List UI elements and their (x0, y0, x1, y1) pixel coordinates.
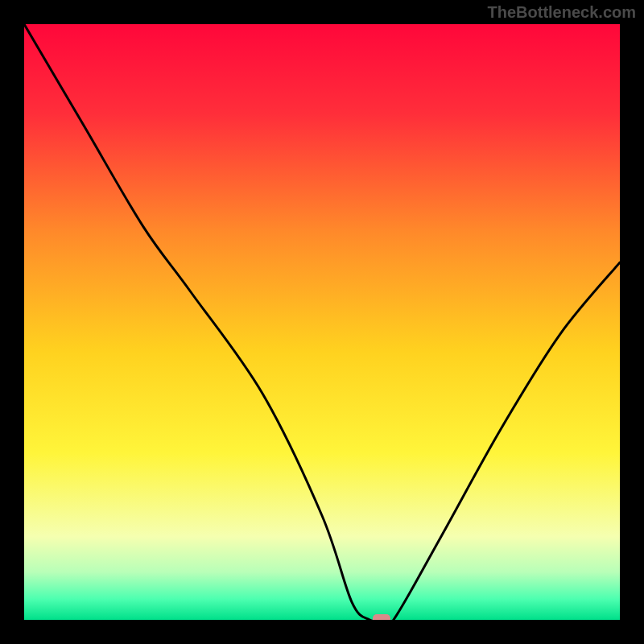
bottleneck-chart (24, 24, 620, 620)
watermark-text: TheBottleneck.com (488, 3, 636, 22)
chart-plot-area (24, 24, 620, 620)
gradient-background (24, 24, 620, 620)
optimal-marker (373, 614, 390, 620)
